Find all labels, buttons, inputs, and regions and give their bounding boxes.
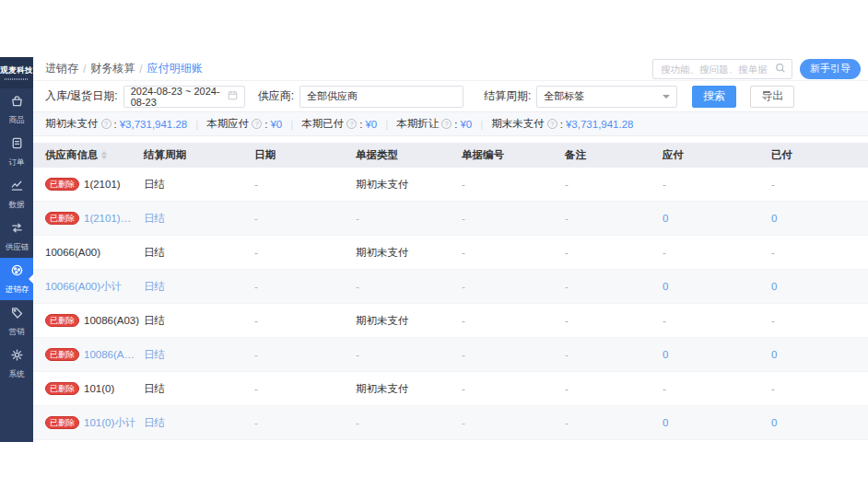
tag-icon [10,306,24,323]
doc-no-cell: - [462,247,565,258]
remark-cell: - [565,315,663,326]
sidebar-item-supply-chain[interactable]: 供应链 [0,215,33,258]
logo: 观麦科技 [0,57,33,88]
sidebar-item-orders[interactable]: 订单 [0,131,33,173]
summary-colon: : [560,119,563,130]
paid-cell: - [771,315,868,326]
help-icon[interactable]: ? [547,119,557,129]
remark-cell: - [565,383,663,394]
summary-value: ¥0 [365,119,377,130]
supplier-name: 10066(A00) [45,247,100,258]
search-button[interactable]: 搜索 [692,86,736,108]
export-button[interactable]: 导出 [750,86,794,108]
date-cell: - [254,417,356,428]
supplier-name[interactable]: 101(0)小计 [84,416,135,430]
date-cell: - [254,179,356,190]
help-icon[interactable]: ? [441,119,452,129]
doc-no-cell: - [462,213,565,224]
summary-colon: : [359,119,362,130]
summary-label: 本期已付 [301,117,344,131]
table-row: 已删除 101(0) 日结 - 期初未支付 - - - - [33,372,868,406]
search-icon[interactable] [775,61,786,77]
doc-type-cell: - [356,213,462,224]
doc-type-cell: - [356,349,462,360]
summary-colon: : [114,119,117,130]
summary-separator: | [195,119,198,130]
topbar-right: 新手引导 [652,59,861,79]
supplier-cell: 已删除 10086(A03)小计 [45,348,144,362]
period-select[interactable]: 全部标签 [536,86,677,108]
supplier-cell: 已删除 101(0)小计 [45,416,144,430]
share-nodes-icon [10,263,24,281]
breadcrumb-item[interactable]: 进销存 [45,61,78,76]
doc-no-cell: - [462,315,565,326]
help-icon[interactable]: ? [252,119,262,129]
summary-colon: : [264,119,267,130]
doc-type-cell: 期初未支付 [356,178,462,192]
global-search-box[interactable] [652,59,792,79]
summary-item: 期末未支付?:¥3,731,941.28 [491,117,633,131]
payable-cell: 0 [663,417,771,428]
table-row: 10066(A00) 日结 - 期初未支付 - - - - [33,236,868,270]
paid-cell: 0 [771,281,868,292]
document-icon [10,136,24,154]
deleted-badge: 已删除 [45,348,79,362]
sidebar-item-inventory[interactable]: 进销存 [0,258,33,300]
sidebar-item-label: 进销存 [5,284,29,295]
summary-value: ¥3,731,941.28 [120,119,188,130]
sidebar: 观麦科技 商品 订单 数据 供应链 进销存 营销 系统 [0,57,33,442]
column-header-supplier: 供应商信息 [45,148,144,162]
summary-item: 本期折让?:¥0 [396,117,472,131]
remark-cell: - [565,281,663,292]
period-cell: 日结 [144,178,254,192]
filter-bar: 入库/退货日期: 2024-08-23 ~ 2024-08-23 供应商: 全部… [33,81,868,111]
sidebar-item-system[interactable]: 系统 [0,343,33,385]
summary-value: ¥0 [270,119,282,130]
deleted-badge: 已删除 [45,314,79,328]
period-cell: 日结 [144,314,254,328]
remark-cell: - [565,213,663,224]
global-search-input[interactable] [659,63,775,76]
supplier-name[interactable]: 10066(A00)小计 [45,280,122,294]
guide-button[interactable]: 新手引导 [800,59,861,79]
chevron-down-icon [663,95,670,99]
date-cell: - [254,213,356,224]
main-content: 进销存 / 财务核算 / 应付明细账 新手引导 入库/退货日期: 2024-08… [33,57,868,442]
help-icon[interactable]: ? [346,119,357,129]
supplier-input[interactable]: 全部供应商 [299,86,463,108]
help-icon[interactable]: ? [101,119,111,129]
date-cell: - [254,383,356,394]
paid-cell: 0 [771,213,868,224]
paid-cell: - [771,179,868,190]
column-header-payable: 应付 [663,148,771,162]
logo-text: 观麦科技 [0,65,33,76]
supplier-name[interactable]: 10086(A03)小计 [84,348,140,362]
supplier-name: 10086(A03) [84,315,139,326]
column-header-doc-type: 单据类型 [356,148,462,162]
sidebar-item-label: 商品 [8,114,24,125]
breadcrumb: 进销存 / 财务核算 / 应付明细账 [45,61,203,76]
supplier-cell: 已删除 101(0) [45,382,144,396]
table-row: 已删除 1(2101) 日结 - 期初未支付 - - - - [33,168,868,202]
date-range-input[interactable]: 2024-08-23 ~ 2024-08-23 [123,86,245,108]
supplier-name[interactable]: 1(2101)小计 [84,212,140,226]
sidebar-item-data[interactable]: 数据 [0,173,33,215]
period-cell: 日结 [144,280,254,294]
table-row: 已删除 101(0)小计 日结 - - - - 0 0 [33,406,868,440]
payable-cell: - [663,247,771,258]
date-cell: - [254,315,356,326]
summary-label: 本期应付 [206,117,249,131]
table-row: 已删除 1(2101)小计 日结 - - - - 0 0 [33,202,868,236]
column-header-label: 供应商信息 [45,148,99,162]
supplier-cell: 10066(A00) [45,247,144,258]
breadcrumb-separator: / [83,63,86,76]
sidebar-item-label: 供应链 [5,241,29,252]
breadcrumb-item[interactable]: 财务核算 [90,61,135,76]
sidebar-item-goods[interactable]: 商品 [0,88,33,131]
doc-no-cell: - [462,417,565,428]
breadcrumb-bar: 进销存 / 财务核算 / 应付明细账 新手引导 [33,57,868,81]
sort-icon[interactable] [101,151,107,159]
summary-value: ¥3,731,941.28 [566,119,634,130]
sidebar-item-marketing[interactable]: 营销 [0,300,33,343]
summary-label: 本期折让 [396,117,439,131]
